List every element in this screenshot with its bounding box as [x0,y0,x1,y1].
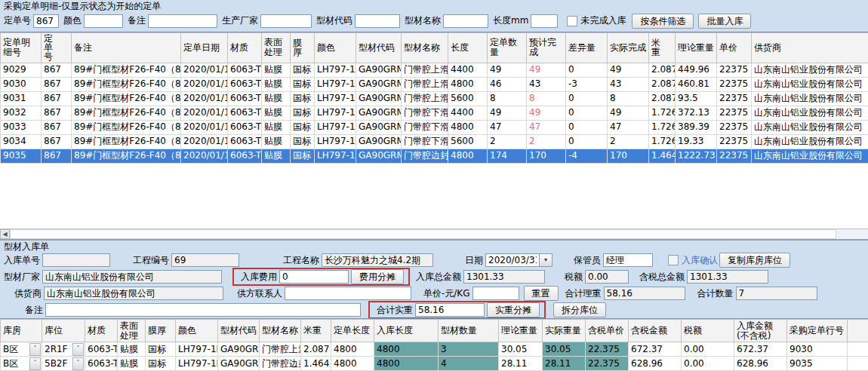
grid-cell[interactable]: 867 [42,63,72,77]
note-input[interactable] [45,303,361,317]
grid-cell[interactable]: 国标 [291,106,315,120]
grid-cell[interactable]: 6063-T5 [85,342,118,357]
grid-cell[interactable]: 628.96 [734,357,787,371]
manufacturer-filter-input[interactable] [260,14,312,28]
column-header[interactable]: 定单数量 [488,32,527,63]
grid-cell[interactable]: 4800 [331,342,374,357]
date-input[interactable] [485,253,540,267]
grid-cell[interactable]: 8 [527,91,566,106]
grid-cell[interactable]: 2020/01/13 [181,106,228,120]
grid-cell[interactable]: 89#门框型材F26-F40（866+867） [72,106,181,120]
grid-cell[interactable]: 贴膜 [262,134,291,149]
grid-cell[interactable]: 贴膜 [118,342,146,357]
grid-cell[interactable]: 山东南山铝业股份有限公司 [752,63,868,77]
grid-row[interactable]: 903286789#门框型材F26-F40（866+867）2020/01/13… [1,106,868,120]
grid-cell[interactable]: 49 [488,63,527,77]
grid-cell[interactable]: 2020/01/13 [181,91,228,106]
column-header[interactable]: 型材代码 [218,320,260,342]
order-grid[interactable]: 定单明细号定单号备注定单日期材质表面处理膜厚颜色型材代码型材名称长度定单数量预计… [0,32,868,164]
grid-cell[interactable]: 30.05 [499,342,543,357]
supplier-input[interactable] [44,287,223,300]
column-header[interactable]: 型材名称 [402,32,448,63]
grid-cell[interactable]: 9030 [787,342,848,357]
grid-cell[interactable]: 门带腔上滑 [402,63,448,77]
grid-cell[interactable]: 6063-T5 [228,106,262,120]
grid-cell[interactable]: 2.087 [301,342,331,357]
grid-cell[interactable]: 22375 [717,91,752,106]
grid-cell[interactable]: GA90GRM05 [356,149,402,163]
grid-cell[interactable]: 22.375 [586,357,629,371]
column-header[interactable]: 米重 [649,32,676,63]
grid-cell[interactable]: 山东南山铝业股份有限公司 [752,91,868,106]
grid-cell[interactable]: 89#门框型材F26-F40（866+867） [72,120,181,134]
batch-inbound-button[interactable]: 批量入库 [698,14,751,29]
grid-cell[interactable]: 6063-T5 [228,134,262,149]
order-no-input[interactable] [33,14,59,28]
grid-cell[interactable]: 4800 [448,77,488,91]
grid-cell[interactable]: 628.96 [629,357,682,371]
grid-cell[interactable]: 372.13 [676,106,717,120]
grid-cell[interactable]: 49 [527,63,566,77]
date-picker[interactable]: ▾ [485,253,553,267]
grid-cell[interactable]: 0 [566,91,608,106]
grid-cell[interactable]: 门带腔上滑 [260,342,301,357]
grid-cell[interactable]: 672.37 [734,342,787,357]
column-header[interactable]: 颜色 [176,320,218,342]
color-filter-input[interactable] [84,14,123,28]
calendar-dropdown-icon[interactable]: ▾ [540,253,553,267]
grid-cell[interactable]: 9034 [1,134,42,149]
filter-button[interactable]: 按条件筛选 [632,14,694,29]
column-header[interactable]: 含税单价 [586,320,629,342]
grid-cell[interactable]: 国标 [291,149,315,163]
grid-cell[interactable]: 贴膜 [262,149,291,163]
column-header[interactable]: 定单日期 [181,32,228,63]
grid-cell[interactable]: 4800 [448,120,488,134]
grid-cell[interactable]: 672.37 [629,342,682,357]
total-qty-input[interactable] [736,287,817,300]
column-header[interactable]: 入库长度 [374,320,439,342]
grid-cell[interactable]: 1.464 [301,357,331,371]
column-header[interactable]: 单价 [717,32,752,63]
grid-cell[interactable]: 49 [608,63,649,77]
grid-cell[interactable]: LH797-1LL0 [315,134,356,149]
grid-cell[interactable]: 4400 [448,63,488,77]
column-header[interactable]: 供货商 [752,32,868,63]
inbound-confirm-group[interactable]: 入库确认 [668,254,718,267]
unit-price-input[interactable] [472,287,519,300]
column-header[interactable]: 实际重量 [543,320,586,342]
grid-cell[interactable]: 5B2F˅ [42,357,85,371]
grid-cell[interactable]: 43 [527,77,566,91]
grid-cell[interactable]: 门带腔下滑 [402,120,448,134]
grid-cell[interactable]: 1.464 [649,149,676,163]
grid-row[interactable]: B区˅2R1F˅6063-T5贴膜国标LH797-1LL0GA90GRM03门带… [1,342,868,357]
grid-cell[interactable]: 867 [42,106,72,120]
grid-cell[interactable]: 22375 [717,106,752,120]
grid-cell[interactable]: LH797-1LL0 [315,106,356,120]
grid-cell[interactable]: 389.39 [676,120,717,134]
dropdown-arrow-icon[interactable]: ˅ [72,343,84,356]
fee-input[interactable] [279,270,349,284]
grid-cell[interactable]: 山东南山铝业股份有限公司 [752,149,868,163]
grid-cell[interactable]: 国标 [146,357,176,371]
column-header[interactable]: 备注 [72,32,181,63]
grid-cell[interactable]: 山东南山铝业股份有限公司 [752,120,868,134]
length-filter-input[interactable] [531,14,558,28]
dropdown-arrow-icon[interactable]: ˅ [29,357,41,370]
grid-cell[interactable]: 6063-T5 [228,63,262,77]
fee-apportion-button[interactable]: 费用分摊 [351,269,404,284]
column-header[interactable]: 库位 [42,320,85,342]
grid-cell[interactable]: 19.33 [676,134,717,149]
grid-cell[interactable]: 89#门框型材F26-F40（866+867） [72,134,181,149]
grid-cell[interactable]: 国标 [291,91,315,106]
grid-cell[interactable]: 47 [608,120,649,134]
grid-cell[interactable]: B区˅ [1,357,42,371]
grid-cell[interactable]: -3 [566,77,608,91]
grid-cell[interactable]: 22375 [717,63,752,77]
grid-cell[interactable]: LH797-1LL0 [315,63,356,77]
grid-cell[interactable]: 867 [42,134,72,149]
remark-filter-input[interactable] [148,14,217,28]
grid-cell[interactable]: LH797-1LL0 [315,120,356,134]
grid-cell[interactable]: 3 [439,342,499,357]
column-header[interactable]: 长度 [448,32,488,63]
grid-cell[interactable]: 170 [527,149,566,163]
